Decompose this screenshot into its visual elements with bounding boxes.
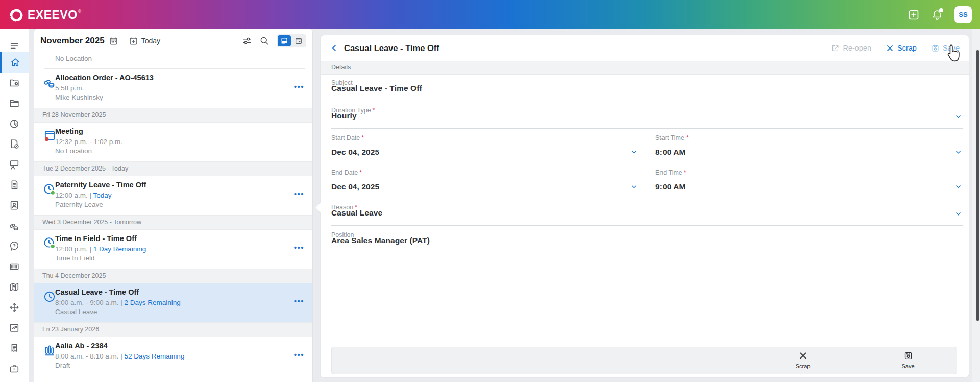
- window-reddot-icon: [43, 129, 56, 142]
- item-more-menu[interactable]: •••: [294, 243, 304, 252]
- action-label: Scrap: [897, 44, 917, 52]
- sidebar-item-map[interactable]: [0, 277, 29, 297]
- date-section-header: Tue 2 December 2025 - Today: [34, 161, 312, 176]
- item-title: Paternity Leave - Time Off: [55, 181, 146, 189]
- chevron-down-icon[interactable]: [630, 148, 638, 156]
- calendar-picker-icon[interactable]: [109, 36, 118, 46]
- tab-details[interactable]: Details: [321, 61, 969, 75]
- list-item[interactable]: Paternity Leave - Time Off12:00 a.m. | T…: [34, 176, 312, 215]
- re-open-button[interactable]: Re-open: [831, 44, 871, 53]
- field-start-time[interactable]: Start Time*8:00 AM: [655, 129, 963, 163]
- list-item-partial[interactable]: No Location: [34, 53, 312, 69]
- chevron-down-icon[interactable]: [630, 183, 638, 190]
- sidebar-item-contact-card[interactable]: [0, 195, 29, 216]
- chevron-down-icon[interactable]: [954, 210, 962, 218]
- scrollbar-thumb[interactable]: [976, 50, 979, 321]
- field-value: Hourly: [331, 111, 357, 121]
- sidebar-item-document-signature[interactable]: [0, 175, 29, 195]
- chevron-down-icon[interactable]: [954, 113, 962, 121]
- sidebar-item-folder-gear[interactable]: [0, 73, 29, 93]
- item-status-link[interactable]: Today: [93, 192, 112, 199]
- required-asterisk: *: [686, 134, 689, 141]
- sidebar-item-chart[interactable]: [0, 318, 29, 338]
- chevron-down-icon[interactable]: [954, 148, 962, 156]
- item-more-menu[interactable]: •••: [294, 350, 304, 359]
- field-end-date[interactable]: End Date*Dec 04, 2025: [331, 163, 639, 198]
- sidebar-item-home[interactable]: [0, 52, 29, 73]
- chart-icon: [9, 322, 20, 333]
- scrollbar-track[interactable]: [972, 29, 980, 382]
- item-more-menu[interactable]: •••: [294, 82, 304, 91]
- list-item[interactable]: Casual Leave - Time Off8:00 a.m. - 9:00 …: [34, 283, 312, 322]
- field-end-time[interactable]: End Time*9:00 AM: [655, 163, 963, 198]
- sidebar-item-receipt[interactable]: [0, 338, 29, 359]
- required-asterisk: *: [684, 169, 687, 176]
- agenda-view-toggle[interactable]: [278, 35, 291, 46]
- item-status-link[interactable]: 1 Day Remaining: [93, 245, 146, 253]
- sidebar-item-briefcase[interactable]: [0, 359, 29, 379]
- folder-icon: [9, 98, 20, 109]
- item-more-menu[interactable]: •••: [294, 297, 304, 305]
- sidebar-item-presentation[interactable]: [0, 154, 29, 175]
- notification-dot: [939, 8, 943, 12]
- x-icon: [798, 351, 808, 361]
- receipt-icon: [9, 343, 20, 354]
- floppy-icon: [931, 44, 940, 53]
- calendar-view-toggle[interactable]: [292, 35, 305, 46]
- sidebar-item-barcode[interactable]: [0, 256, 29, 277]
- chevron-down-icon[interactable]: [630, 148, 638, 156]
- chevron-down-icon[interactable]: [954, 148, 962, 156]
- brand-name: EXEEVO: [28, 6, 78, 23]
- field-position[interactable]: PositionArea Sales Manager (PAT): [331, 226, 963, 252]
- list-item[interactable]: Time In Field - Time Off12:00 p.m. | 1 D…: [34, 230, 312, 269]
- sidebar-item-medication[interactable]: [0, 216, 29, 236]
- add-icon[interactable]: [908, 9, 920, 21]
- filter-sliders-icon[interactable]: [242, 36, 252, 46]
- list-item[interactable]: Aalia Ab - 23848:00 a.m. - 8:10 a.m. | 5…: [34, 337, 312, 376]
- notifications-bell-icon[interactable]: [931, 9, 943, 21]
- field-reason[interactable]: Reason*Casual Leave: [331, 198, 963, 226]
- pills-icon: [43, 76, 56, 89]
- sidebar-item-pie-chart[interactable]: [0, 113, 29, 134]
- sidebar-item-folder[interactable]: [0, 93, 29, 113]
- item-time: 8:00 a.m. - 9:00 a.m.: [55, 299, 119, 306]
- item-status-link[interactable]: 2 Days Remaining: [125, 299, 181, 306]
- footer-scrap-button[interactable]: Scrap: [789, 351, 817, 369]
- item-subtitle: Paternity Leave: [55, 201, 103, 208]
- list-item[interactable]: Allocation Order - AO-456135:58 p.m.Mike…: [34, 69, 312, 108]
- presentation-icon: [9, 159, 20, 170]
- save-button[interactable]: Save: [931, 44, 960, 53]
- menu-icon: [9, 40, 20, 52]
- date-section-header: Fri 23 January 2026: [34, 322, 312, 337]
- item-status-link[interactable]: 52 Days Remaining: [125, 352, 185, 360]
- sidebar-item-help[interactable]: ?: [0, 236, 29, 256]
- agenda-list-icon: [280, 37, 288, 45]
- chevron-down-icon[interactable]: [954, 183, 962, 190]
- home-icon: [10, 57, 21, 68]
- sidebar-item-document-edit[interactable]: [0, 134, 29, 154]
- item-more-menu[interactable]: •••: [294, 189, 304, 198]
- brand-logo: EXEEVO ®: [8, 6, 81, 23]
- chevron-down-icon[interactable]: [954, 113, 962, 121]
- list-item[interactable]: Meeting12:32 p.m. - 1:02 p.m.No Location: [34, 123, 312, 161]
- field-subject[interactable]: SubjectCasual Leave - Time Off: [331, 74, 963, 101]
- item-title: Time In Field - Time Off: [55, 234, 137, 243]
- sidebar-item-move[interactable]: [0, 297, 29, 318]
- action-label: Save: [901, 363, 914, 369]
- agenda-list: No LocationAllocation Order - AO-456135:…: [34, 53, 312, 382]
- back-chevron-icon[interactable]: [330, 43, 339, 53]
- field-label: Start Date*: [331, 134, 364, 141]
- field-start-date[interactable]: Start Date*Dec 04, 2025: [331, 129, 639, 163]
- chevron-down-icon[interactable]: [630, 183, 638, 190]
- field-duration-type[interactable]: Duration Type*Hourly: [331, 101, 963, 129]
- chevron-down-icon[interactable]: [954, 183, 962, 190]
- search-icon[interactable]: [259, 36, 270, 46]
- required-asterisk: *: [361, 134, 364, 141]
- user-avatar[interactable]: SS: [954, 6, 972, 23]
- chevron-down-icon[interactable]: [954, 210, 962, 218]
- footer-save-button[interactable]: Save: [894, 351, 922, 369]
- scrap-button[interactable]: Scrap: [886, 44, 917, 53]
- required-asterisk: *: [373, 107, 375, 114]
- pie-chart-icon: [9, 118, 20, 129]
- today-button[interactable]: Today: [129, 36, 160, 46]
